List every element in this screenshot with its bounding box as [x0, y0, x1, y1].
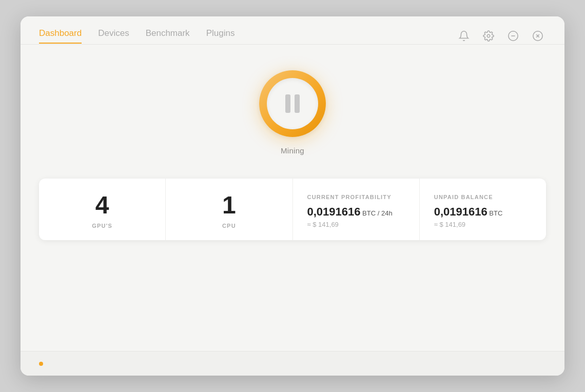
notifications-button[interactable]: [456, 28, 472, 44]
tab-plugins[interactable]: Plugins: [206, 28, 235, 44]
stat-card-profitability: CURRENT PROFITABILITY 0,0191616 BTC / 24…: [293, 179, 420, 240]
close-button[interactable]: [530, 28, 546, 44]
balance-header: UNPAID BALANCE: [434, 194, 493, 200]
profitability-value: 0,0191616 BTC / 24h: [307, 205, 393, 219]
pause-bar-left: [285, 94, 290, 113]
cpu-value: 1: [222, 193, 236, 218]
bottom-strip-indicator: [39, 362, 43, 366]
gear-icon: [483, 30, 494, 42]
mining-button-inner: [267, 78, 318, 129]
minus-circle-icon: [508, 30, 519, 42]
nav-bar: Dashboard Devices Benchmark Plugins: [21, 16, 564, 44]
mining-status-label: Mining: [281, 146, 304, 155]
gpus-value: 4: [95, 193, 109, 218]
bottom-strip: [21, 351, 564, 376]
settings-button[interactable]: [480, 28, 497, 44]
nav-tabs: Dashboard Devices Benchmark Plugins: [39, 28, 235, 44]
profitability-header: CURRENT PROFITABILITY: [307, 194, 392, 200]
profitability-unit: BTC / 24h: [361, 209, 393, 217]
stat-card-gpus: 4 GPU'S: [39, 179, 166, 240]
svg-point-0: [487, 34, 490, 37]
stats-row: 4 GPU'S 1 CPU CURRENT PROFITABILITY 0,01…: [39, 179, 546, 240]
profitability-sub: ≈ $ 141,69: [307, 221, 339, 228]
tab-devices[interactable]: Devices: [98, 28, 129, 44]
mining-section: Mining: [259, 70, 326, 155]
bell-icon: [458, 30, 470, 42]
minimize-button[interactable]: [505, 28, 521, 44]
stat-card-balance: UNPAID BALANCE 0,0191616 BTC ≈ $ 141,69: [420, 179, 546, 240]
stat-card-cpu: 1 CPU: [166, 179, 292, 240]
mining-button[interactable]: [259, 70, 326, 137]
gpus-label: GPU'S: [92, 223, 112, 229]
close-circle-icon: [532, 30, 543, 42]
balance-unit: BTC: [488, 209, 503, 217]
cpu-label: CPU: [222, 223, 236, 229]
balance-sub: ≈ $ 141,69: [434, 221, 465, 228]
app-window: Dashboard Devices Benchmark Plugins: [21, 16, 564, 376]
pause-icon: [285, 94, 300, 113]
main-content: Mining 4 GPU'S 1 CPU CURRENT PROFITABILI…: [21, 45, 564, 351]
tab-dashboard[interactable]: Dashboard: [39, 28, 82, 44]
profitability-number: 0,0191616: [307, 205, 361, 218]
nav-actions: [456, 28, 546, 44]
pause-bar-right: [295, 94, 300, 113]
tab-benchmark[interactable]: Benchmark: [146, 28, 190, 44]
balance-value: 0,0191616 BTC: [434, 205, 503, 219]
balance-number: 0,0191616: [434, 205, 488, 218]
